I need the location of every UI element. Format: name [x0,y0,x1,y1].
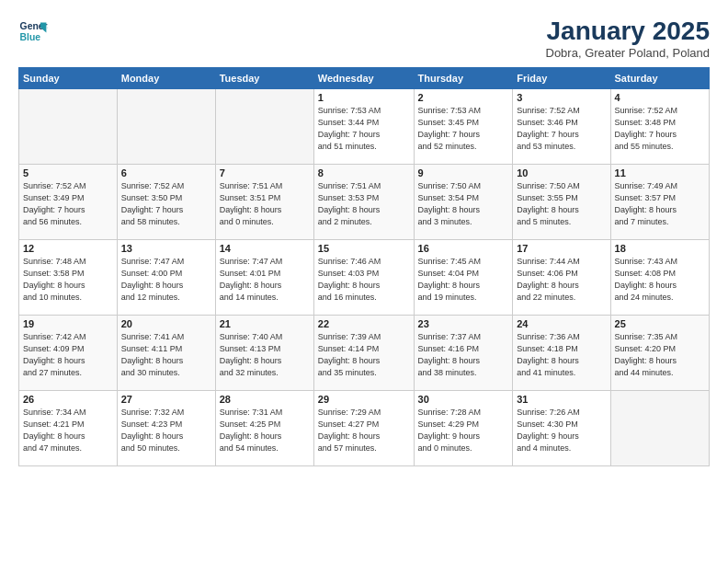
day-number: 21 [220,318,310,329]
day-number: 16 [418,243,509,254]
day-number: 6 [121,167,211,178]
table-cell: 31Sunrise: 7:26 AM Sunset: 4:30 PM Dayli… [513,391,610,466]
table-cell: 12Sunrise: 7:48 AM Sunset: 3:58 PM Dayli… [19,240,118,316]
day-info: Sunrise: 7:40 AM Sunset: 4:13 PM Dayligh… [220,331,310,379]
table-cell: 7Sunrise: 7:51 AM Sunset: 3:51 PM Daylig… [215,165,313,240]
header-thursday: Thursday [414,68,513,89]
day-info: Sunrise: 7:53 AM Sunset: 3:45 PM Dayligh… [418,105,509,153]
table-cell: 15Sunrise: 7:46 AM Sunset: 4:03 PM Dayli… [313,240,414,316]
day-info: Sunrise: 7:52 AM Sunset: 3:48 PM Dayligh… [615,105,705,153]
day-number: 29 [318,394,410,405]
day-number: 30 [418,394,509,405]
table-cell: 26Sunrise: 7:34 AM Sunset: 4:21 PM Dayli… [19,391,118,466]
week-row-1: 5Sunrise: 7:52 AM Sunset: 3:49 PM Daylig… [19,165,710,240]
day-number: 5 [23,167,113,178]
day-number: 31 [517,394,606,405]
header-saturday: Saturday [610,68,709,89]
table-cell: 14Sunrise: 7:47 AM Sunset: 4:01 PM Dayli… [215,240,313,316]
day-number: 28 [220,394,310,405]
table-cell [19,89,118,165]
day-info: Sunrise: 7:41 AM Sunset: 4:11 PM Dayligh… [121,331,211,379]
day-info: Sunrise: 7:50 AM Sunset: 3:55 PM Dayligh… [517,180,606,228]
table-cell: 24Sunrise: 7:36 AM Sunset: 4:18 PM Dayli… [513,316,610,391]
table-cell: 4Sunrise: 7:52 AM Sunset: 3:48 PM Daylig… [610,89,709,165]
day-info: Sunrise: 7:48 AM Sunset: 3:58 PM Dayligh… [23,256,113,304]
table-cell: 23Sunrise: 7:37 AM Sunset: 4:16 PM Dayli… [414,316,513,391]
day-info: Sunrise: 7:37 AM Sunset: 4:16 PM Dayligh… [418,331,509,379]
day-number: 9 [418,167,509,178]
table-cell: 21Sunrise: 7:40 AM Sunset: 4:13 PM Dayli… [215,316,313,391]
main-title: January 2025 [546,17,711,46]
table-cell [117,89,215,165]
table-cell: 29Sunrise: 7:29 AM Sunset: 4:27 PM Dayli… [313,391,414,466]
table-cell: 27Sunrise: 7:32 AM Sunset: 4:23 PM Dayli… [117,391,215,466]
table-cell [215,89,313,165]
table-cell: 11Sunrise: 7:49 AM Sunset: 3:57 PM Dayli… [610,165,709,240]
header-monday: Monday [117,68,215,89]
day-number: 8 [318,167,410,178]
day-number: 19 [23,318,113,329]
logo: General Blue [18,17,48,46]
day-number: 1 [318,92,410,103]
day-number: 2 [418,92,509,103]
svg-text:Blue: Blue [20,32,41,42]
day-number: 17 [517,243,606,254]
day-number: 23 [418,318,509,329]
day-info: Sunrise: 7:47 AM Sunset: 4:00 PM Dayligh… [121,256,211,304]
day-number: 18 [615,243,705,254]
day-info: Sunrise: 7:44 AM Sunset: 4:06 PM Dayligh… [517,256,606,304]
day-number: 20 [121,318,211,329]
title-block: January 2025 Dobra, Greater Poland, Pola… [546,17,711,60]
table-cell: 3Sunrise: 7:52 AM Sunset: 3:46 PM Daylig… [513,89,610,165]
table-cell: 6Sunrise: 7:52 AM Sunset: 3:50 PM Daylig… [117,165,215,240]
day-number: 26 [23,394,113,405]
table-cell: 22Sunrise: 7:39 AM Sunset: 4:14 PM Dayli… [313,316,414,391]
header-tuesday: Tuesday [215,68,313,89]
day-number: 7 [220,167,310,178]
day-info: Sunrise: 7:52 AM Sunset: 3:46 PM Dayligh… [517,105,606,153]
day-info: Sunrise: 7:28 AM Sunset: 4:29 PM Dayligh… [418,407,509,454]
day-number: 13 [121,243,211,254]
day-number: 22 [318,318,410,329]
day-info: Sunrise: 7:42 AM Sunset: 4:09 PM Dayligh… [23,331,113,379]
day-info: Sunrise: 7:46 AM Sunset: 4:03 PM Dayligh… [318,256,410,304]
logo-icon: General Blue [18,17,48,46]
table-cell: 1Sunrise: 7:53 AM Sunset: 3:44 PM Daylig… [313,89,414,165]
day-info: Sunrise: 7:36 AM Sunset: 4:18 PM Dayligh… [517,331,606,379]
day-number: 11 [615,167,705,178]
day-info: Sunrise: 7:29 AM Sunset: 4:27 PM Dayligh… [318,407,410,454]
day-number: 10 [517,167,606,178]
day-number: 27 [121,394,211,405]
day-number: 15 [318,243,410,254]
days-header-row: Sunday Monday Tuesday Wednesday Thursday… [19,68,710,89]
table-cell: 8Sunrise: 7:51 AM Sunset: 3:53 PM Daylig… [313,165,414,240]
day-info: Sunrise: 7:43 AM Sunset: 4:08 PM Dayligh… [615,256,705,304]
day-number: 3 [517,92,606,103]
table-cell: 13Sunrise: 7:47 AM Sunset: 4:00 PM Dayli… [117,240,215,316]
day-number: 14 [220,243,310,254]
day-info: Sunrise: 7:52 AM Sunset: 3:49 PM Dayligh… [23,180,113,228]
day-number: 24 [517,318,606,329]
table-cell: 10Sunrise: 7:50 AM Sunset: 3:55 PM Dayli… [513,165,610,240]
week-row-3: 19Sunrise: 7:42 AM Sunset: 4:09 PM Dayli… [19,316,710,391]
table-cell: 25Sunrise: 7:35 AM Sunset: 4:20 PM Dayli… [610,316,709,391]
header: General Blue January 2025 Dobra, Greater… [18,17,710,60]
subtitle: Dobra, Greater Poland, Poland [546,46,711,60]
week-row-2: 12Sunrise: 7:48 AM Sunset: 3:58 PM Dayli… [19,240,710,316]
table-cell: 20Sunrise: 7:41 AM Sunset: 4:11 PM Dayli… [117,316,215,391]
day-number: 25 [615,318,705,329]
header-sunday: Sunday [19,68,118,89]
day-number: 12 [23,243,113,254]
table-cell: 30Sunrise: 7:28 AM Sunset: 4:29 PM Dayli… [414,391,513,466]
table-cell: 17Sunrise: 7:44 AM Sunset: 4:06 PM Dayli… [513,240,610,316]
day-info: Sunrise: 7:51 AM Sunset: 3:53 PM Dayligh… [318,180,410,228]
day-info: Sunrise: 7:34 AM Sunset: 4:21 PM Dayligh… [23,407,113,454]
week-row-0: 1Sunrise: 7:53 AM Sunset: 3:44 PM Daylig… [19,89,710,165]
header-wednesday: Wednesday [313,68,414,89]
day-number: 4 [615,92,705,103]
day-info: Sunrise: 7:47 AM Sunset: 4:01 PM Dayligh… [220,256,310,304]
day-info: Sunrise: 7:52 AM Sunset: 3:50 PM Dayligh… [121,180,211,228]
calendar-table: Sunday Monday Tuesday Wednesday Thursday… [18,67,710,466]
day-info: Sunrise: 7:39 AM Sunset: 4:14 PM Dayligh… [318,331,410,379]
day-info: Sunrise: 7:51 AM Sunset: 3:51 PM Dayligh… [220,180,310,228]
